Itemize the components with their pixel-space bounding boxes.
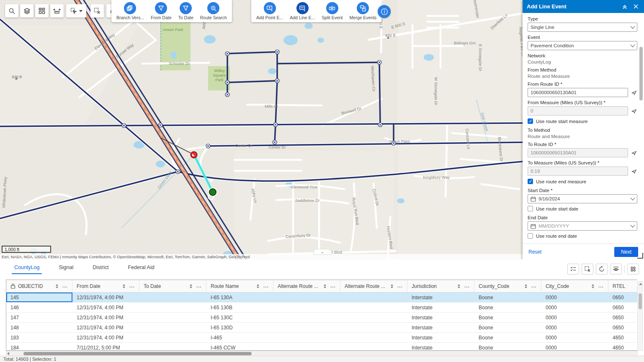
table-cell[interactable]: I-65 130D xyxy=(206,323,273,332)
event-select[interactable]: Pavement Condition xyxy=(528,41,637,50)
sort-icon[interactable] xyxy=(123,284,125,288)
use-route-end-date-checkbox[interactable]: Use route end date xyxy=(528,233,637,239)
checkbox-icon[interactable] xyxy=(528,179,533,184)
table-row[interactable]: 18312/31/1974, 4:00 PMI-465InterstateBoo… xyxy=(6,333,637,343)
table-cell[interactable]: 145 xyxy=(6,293,72,302)
table-cell[interactable] xyxy=(340,323,407,332)
table-cell[interactable]: Interstate xyxy=(407,333,474,342)
type-select[interactable]: Single Line xyxy=(528,23,637,32)
table-cell[interactable]: I-465 CCW xyxy=(206,343,273,351)
table-options-button[interactable] xyxy=(627,264,639,275)
refresh-button[interactable] xyxy=(596,264,608,275)
next-button[interactable]: Next xyxy=(614,247,638,257)
table-cell[interactable] xyxy=(139,313,206,322)
map-picker-icon[interactable] xyxy=(631,149,637,156)
table-cell[interactable]: 0000 xyxy=(541,323,608,332)
table-cell[interactable]: 12/31/1974, 4:00 PM xyxy=(72,313,139,322)
column-header-from-date[interactable]: From Date xyxy=(72,280,139,292)
column-menu-icon[interactable] xyxy=(397,284,403,288)
table-cell[interactable]: Boone xyxy=(474,343,541,351)
table-cell[interactable]: I-65 130A xyxy=(206,293,273,302)
show-hide-columns-button[interactable] xyxy=(610,264,622,275)
search-button[interactable] xyxy=(5,4,18,18)
use-route-end-measure-checkbox[interactable]: Use route end measure xyxy=(528,179,637,184)
table-cell[interactable] xyxy=(139,293,206,302)
table-vertical-scrollbar[interactable] xyxy=(637,281,643,351)
chevron-down-icon[interactable] xyxy=(79,10,82,12)
table-cell[interactable]: Boone xyxy=(474,333,541,342)
table-cell[interactable]: I-65 130C xyxy=(206,313,273,322)
table-cell[interactable]: Interstate xyxy=(407,323,474,332)
table-cell[interactable] xyxy=(340,293,407,302)
table-row[interactable]: 1847/11/2012, 5:00 PMI-465 CCWInterstate… xyxy=(6,343,637,351)
map-canvas[interactable]: Elevated WaySunset WayAnson Park930 ft93… xyxy=(0,0,523,259)
table-cell[interactable] xyxy=(340,313,407,322)
column-menu-icon[interactable] xyxy=(62,284,68,288)
panel-resize-handle[interactable] xyxy=(637,253,643,259)
table-cell[interactable] xyxy=(139,333,206,342)
table-cell[interactable]: I-65 130B xyxy=(206,303,273,312)
table-row[interactable]: 14812/31/1974, 4:00 PMI-65 130DInterstat… xyxy=(6,323,637,333)
table-cell[interactable]: 0000 xyxy=(541,333,608,342)
show-selected-records-button[interactable] xyxy=(567,264,579,275)
column-header-alternate-route-[interactable]: Alternate Route ... xyxy=(273,280,340,292)
table-cell[interactable] xyxy=(273,303,340,312)
table-cell[interactable]: 0000 xyxy=(541,303,608,312)
column-header-objectid[interactable]: OBJECTID xyxy=(6,280,72,292)
table-cell[interactable]: Interstate xyxy=(407,303,474,312)
sort-icon[interactable] xyxy=(592,284,594,288)
end-date-input[interactable]: MM/DD/YYYY xyxy=(528,221,637,231)
table-cell[interactable] xyxy=(139,303,206,312)
sort-icon[interactable] xyxy=(257,284,259,288)
table-row[interactable]: 14712/31/1974, 4:00 PMI-65 130CInterstat… xyxy=(6,313,637,323)
table-cell[interactable] xyxy=(340,303,407,312)
table-cell[interactable] xyxy=(273,293,340,302)
checkbox-icon[interactable] xyxy=(528,118,533,124)
clear-selection-button[interactable] xyxy=(90,4,104,18)
column-header-county-code[interactable]: County_Code xyxy=(474,280,541,292)
branch-version-tool[interactable]: Branch Vers... xyxy=(116,2,144,20)
table-cell[interactable] xyxy=(273,313,340,322)
table-cell[interactable]: Boone xyxy=(474,313,541,322)
add-point-event-tool[interactable]: Add Point E... xyxy=(256,2,283,20)
table-cell[interactable]: Interstate xyxy=(407,343,474,351)
column-header-route-name[interactable]: Route Name xyxy=(206,280,273,292)
table-cell[interactable]: 4650 xyxy=(608,343,637,351)
end-measure-marker[interactable] xyxy=(209,188,217,196)
tab-district[interactable]: District xyxy=(90,263,111,274)
table-cell[interactable] xyxy=(340,333,407,342)
column-menu-icon[interactable] xyxy=(598,284,604,288)
tab-signal[interactable]: Signal xyxy=(56,263,76,274)
table-cell[interactable]: Boone xyxy=(474,323,541,332)
from-route-id-input[interactable] xyxy=(528,88,628,97)
column-header-rtel[interactable]: RTEL xyxy=(608,280,637,292)
sort-icon[interactable] xyxy=(324,284,326,288)
column-header-to-date[interactable]: To Date xyxy=(139,280,206,292)
table-cell[interactable]: 0650 xyxy=(608,323,637,332)
tab-federal-aid[interactable]: Federal Aid xyxy=(125,263,157,274)
table-cell[interactable]: 12/31/1974, 4:00 PM xyxy=(72,303,139,312)
column-menu-icon[interactable] xyxy=(263,284,269,288)
checkbox-icon[interactable] xyxy=(528,206,533,211)
select-pointer-button[interactable] xyxy=(66,4,86,18)
filter-tool[interactable]: To Date xyxy=(178,2,193,20)
table-cell[interactable]: 0000 xyxy=(541,313,608,322)
sort-icon[interactable] xyxy=(525,284,527,288)
table-cell[interactable]: 148 xyxy=(6,323,72,332)
table-cell[interactable] xyxy=(273,323,340,332)
table-cell[interactable]: 146 xyxy=(6,303,72,312)
column-header-alternate-route-[interactable]: Alternate Route ... xyxy=(340,280,407,292)
table-cell[interactable]: 183 xyxy=(6,333,72,342)
table-cell[interactable]: 184 xyxy=(6,343,72,351)
table-cell[interactable]: 12/31/1974, 4:00 PM xyxy=(72,333,139,342)
table-cell[interactable]: 12/31/1974, 4:00 PM xyxy=(72,323,139,332)
use-route-start-date-checkbox[interactable]: Use route start date xyxy=(528,206,637,211)
layers-button[interactable] xyxy=(20,4,33,18)
close-icon[interactable] xyxy=(631,3,640,11)
column-header-jurisdiction[interactable]: Jurisdiction xyxy=(407,280,474,292)
table-cell[interactable] xyxy=(273,343,340,351)
map-picker-icon[interactable] xyxy=(631,89,637,96)
table-cell[interactable]: I-465 xyxy=(206,333,273,342)
merge-events-tool[interactable]: Merge Events xyxy=(350,2,377,20)
sort-icon[interactable] xyxy=(458,284,460,288)
